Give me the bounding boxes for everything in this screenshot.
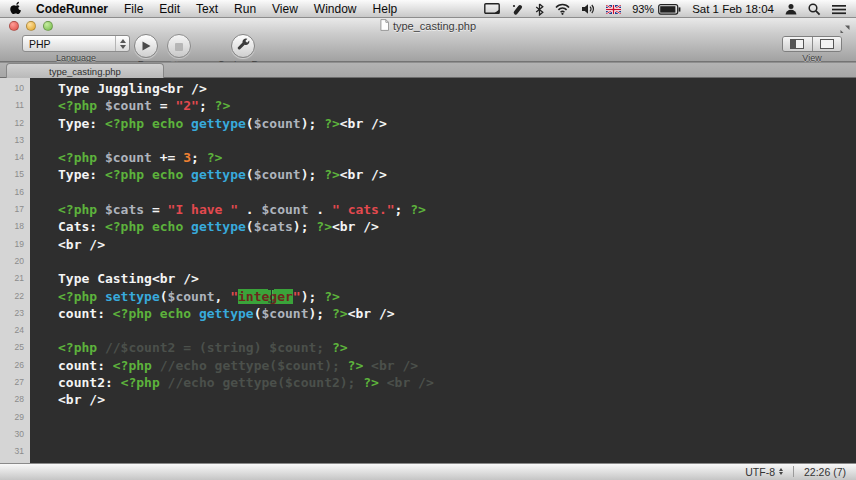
view-console-button[interactable] <box>783 37 812 51</box>
code-line[interactable]: 23count: <?php echo gettype($count); ?><… <box>0 305 856 322</box>
display-icon[interactable] <box>484 3 500 15</box>
code-area: 10Type Juggling<br />11<?php $count = "2… <box>0 80 856 461</box>
custom-run-button[interactable] <box>231 34 255 58</box>
language-select[interactable]: PHP <box>22 35 130 52</box>
line-number: 29 <box>0 409 30 426</box>
encoding-select[interactable]: UTF-8 <box>745 466 783 478</box>
status-bar: UTF-8 22:26 (7) <box>0 463 856 480</box>
code-line[interactable]: 28<br /> <box>0 391 856 408</box>
title-bar: type_casting.php <box>0 18 856 33</box>
line-number: 18 <box>0 218 30 235</box>
line-content: <?php $count += 3; ?> <box>30 149 222 166</box>
code-line[interactable]: 31 <box>0 443 856 460</box>
menu-item-text[interactable]: Text <box>196 2 218 16</box>
line-content: Type: <?php echo gettype($count); ?><br … <box>30 166 387 183</box>
stop-button[interactable] <box>167 34 191 58</box>
code-line[interactable]: 22<?php settype($count, "integer"); ?> <box>0 288 856 305</box>
battery-icon <box>658 4 681 15</box>
code-line[interactable]: 10Type Juggling<br /> <box>0 80 856 97</box>
wrench-icon <box>237 37 250 55</box>
code-line[interactable]: 30 <box>0 426 856 443</box>
code-line[interactable]: 25<?php //$count2 = (string) $count; ?> <box>0 339 856 356</box>
line-content <box>30 409 58 426</box>
notification-center-icon[interactable] <box>832 4 846 15</box>
line-number: 14 <box>0 149 30 166</box>
tab-type-casting[interactable]: type_casting.php <box>6 63 164 78</box>
code-line[interactable]: 17<?php $cats = "I have " . $count . " c… <box>0 201 856 218</box>
code-line[interactable]: 14<?php $count += 3; ?> <box>0 149 856 166</box>
line-number: 27 <box>0 374 30 391</box>
statusbar-divider <box>793 466 794 477</box>
line-content <box>30 132 58 149</box>
code-line[interactable]: 26count: <?php //echo gettype($count); ?… <box>0 357 856 374</box>
code-line[interactable]: 15Type: <?php echo gettype($count); ?><b… <box>0 166 856 183</box>
code-line[interactable]: 29 <box>0 409 856 426</box>
line-number: 16 <box>0 184 30 201</box>
menu-item-view[interactable]: View <box>272 2 298 16</box>
line-content: Type Juggling<br /> <box>30 80 207 97</box>
code-line[interactable]: 21Type Casting<br /> <box>0 270 856 287</box>
run-button[interactable] <box>134 34 158 58</box>
code-line[interactable]: 18Cats: <?php echo gettype($cats); ?><br… <box>0 218 856 235</box>
play-icon <box>142 37 151 55</box>
line-content: Type: <?php echo gettype($count); ?><br … <box>30 115 387 132</box>
code-editor[interactable]: 10Type Juggling<br />11<?php $count = "2… <box>0 78 856 463</box>
screen: CodeRunner FileEditTextRunViewWindowHelp <box>0 0 856 480</box>
cursor-position: 22:26 (7) <box>804 466 846 478</box>
menu-item-window[interactable]: Window <box>314 2 357 16</box>
line-number: 22 <box>0 288 30 305</box>
code-line[interactable]: 20 <box>0 253 856 270</box>
line-number: 21 <box>0 270 30 287</box>
code-line[interactable]: 11<?php $count = "2"; ?> <box>0 97 856 114</box>
language-value: PHP <box>29 38 51 50</box>
encoding-stepper-icon <box>779 468 783 475</box>
menu-status-area: 93% Sat 1 Feb 18:04 <box>484 3 846 16</box>
presenter-icon[interactable] <box>511 3 524 16</box>
code-line[interactable]: 19<br /> <box>0 236 856 253</box>
code-line[interactable]: 16 <box>0 184 856 201</box>
select-stepper-icon <box>115 36 129 51</box>
full-view-icon <box>820 36 834 52</box>
input-flag-icon[interactable] <box>606 5 621 14</box>
line-content: <br /> <box>30 391 105 408</box>
zoom-button[interactable] <box>43 21 53 31</box>
apple-menu[interactable] <box>10 1 22 18</box>
code-line[interactable]: 27count2: <?php //echo gettype($count2);… <box>0 374 856 391</box>
bluetooth-icon[interactable] <box>535 3 544 16</box>
menu-bar: CodeRunner FileEditTextRunViewWindowHelp <box>0 0 856 18</box>
code-line[interactable]: 13 <box>0 132 856 149</box>
battery-indicator[interactable]: 93% <box>632 3 681 15</box>
split-view-icon <box>790 36 804 52</box>
line-content: count: <?php //echo gettype($count); ?> … <box>30 357 418 374</box>
line-content <box>30 322 58 339</box>
line-number: 10 <box>0 80 30 97</box>
menu-item-help[interactable]: Help <box>373 2 398 16</box>
app-menu[interactable]: CodeRunner <box>36 2 108 16</box>
user-icon[interactable] <box>785 3 797 15</box>
line-number: 24 <box>0 322 30 339</box>
toolbar: PHP Language Run Stop Custom Run View <box>0 33 856 62</box>
close-button[interactable] <box>9 21 19 31</box>
traffic-lights <box>9 21 53 31</box>
menu-item-edit[interactable]: Edit <box>159 2 180 16</box>
code-line[interactable]: 24 <box>0 322 856 339</box>
wifi-icon[interactable] <box>555 3 570 15</box>
stop-icon <box>175 37 183 55</box>
menu-clock[interactable]: Sat 1 Feb 18:04 <box>692 3 774 15</box>
line-number: 31 <box>0 443 30 460</box>
line-number: 23 <box>0 305 30 322</box>
menu-item-file[interactable]: File <box>124 2 143 16</box>
line-number: 28 <box>0 391 30 408</box>
search-icon[interactable] <box>808 3 821 16</box>
window-title-text: type_casting.php <box>393 20 476 32</box>
minimize-button[interactable] <box>26 21 36 31</box>
window-title: type_casting.php <box>380 19 476 33</box>
volume-icon[interactable] <box>581 3 595 15</box>
line-number: 11 <box>0 97 30 114</box>
menu-item-run[interactable]: Run <box>234 2 256 16</box>
selected-text: integer <box>238 289 293 304</box>
code-line[interactable]: 12Type: <?php echo gettype($count); ?><b… <box>0 115 856 132</box>
view-editor-button[interactable] <box>812 37 842 51</box>
line-number: 12 <box>0 115 30 132</box>
battery-percent: 93% <box>632 3 654 15</box>
